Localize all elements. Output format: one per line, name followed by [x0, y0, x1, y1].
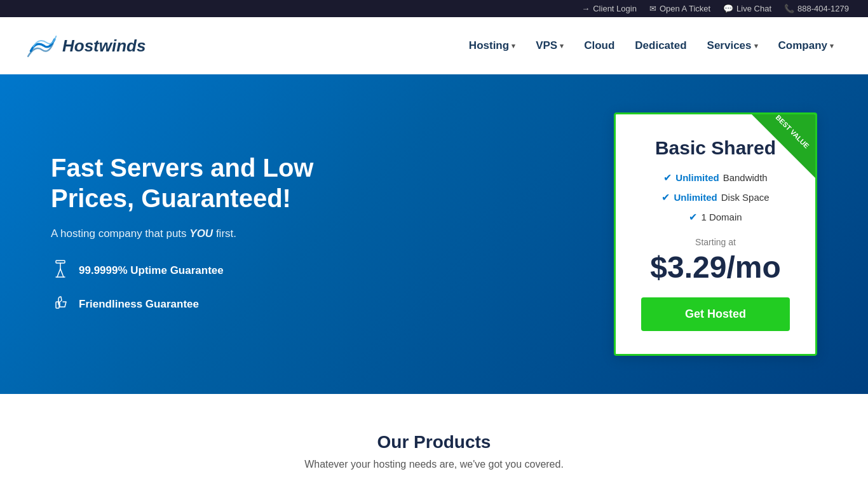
products-subtitle: Whatever your hosting needs are, we've g… — [25, 459, 843, 470]
get-hosted-button[interactable]: Get Hosted — [641, 297, 790, 331]
products-section: Our Products Whatever your hosting needs… — [0, 394, 868, 488]
pricing-card: BEST VALUE Basic Shared ✔ Unlimited Band… — [614, 112, 817, 356]
phone-icon: 📞 — [784, 4, 794, 13]
best-value-text: BEST VALUE — [771, 114, 814, 152]
ticket-icon: ✉ — [649, 4, 656, 13]
nav-vps[interactable]: VPS ▾ — [527, 34, 573, 57]
check-icon: ✔ — [663, 172, 672, 184]
hero-features-list: 99.9999% Uptime Guarantee Friendliness G… — [51, 259, 381, 316]
hero-feature-uptime: 99.9999% Uptime Guarantee — [51, 259, 381, 283]
nav-dedicated[interactable]: Dedicated — [626, 34, 695, 57]
hero-subtitle: A hosting company that puts YOU first. — [51, 227, 381, 240]
header: Hostwinds Hosting ▾ VPS ▾ Cloud Dedicate… — [0, 17, 868, 74]
best-value-badge: BEST VALUE — [752, 114, 815, 178]
client-login-link[interactable]: → Client Login — [581, 4, 637, 13]
nav-company[interactable]: Company ▾ — [770, 34, 843, 57]
logo-icon — [25, 30, 57, 62]
card-features-list: ✔ Unlimited Bandwidth ✔ Unlimited Disk S… — [641, 172, 790, 223]
chevron-down-icon: ▾ — [512, 42, 515, 50]
hero-feature-friendliness: Friendliness Guarantee — [51, 293, 381, 316]
logo[interactable]: Hostwinds — [25, 30, 146, 62]
check-icon: ✔ — [661, 191, 670, 203]
products-title: Our Products — [25, 432, 843, 452]
svg-rect-1 — [56, 302, 59, 308]
check-icon: ✔ — [689, 211, 697, 223]
live-chat-link[interactable]: 💬 Live Chat — [723, 4, 771, 13]
chevron-down-icon: ▾ — [830, 42, 834, 50]
price-display: $3.29/mo — [641, 250, 790, 285]
thumbsup-icon — [51, 293, 70, 316]
uptime-icon — [51, 259, 70, 283]
nav-services[interactable]: Services ▾ — [698, 34, 767, 57]
chevron-down-icon: ▾ — [754, 42, 758, 50]
nav-hosting[interactable]: Hosting ▾ — [460, 34, 524, 57]
card-feature-domain: ✔ 1 Domain — [641, 211, 790, 223]
hero-title: Fast Servers and Low Prices, Guaranteed! — [51, 152, 381, 214]
card-feature-disk: ✔ Unlimited Disk Space — [641, 191, 790, 203]
starting-at-label: Starting at — [641, 237, 790, 247]
hero-content: Fast Servers and Low Prices, Guaranteed!… — [51, 152, 381, 316]
top-bar: → Client Login ✉ Open A Ticket 💬 Live Ch… — [0, 0, 868, 17]
phone-link[interactable]: 📞 888-404-1279 — [784, 4, 849, 13]
login-icon: → — [581, 4, 590, 13]
hero-section: Fast Servers and Low Prices, Guaranteed!… — [0, 74, 868, 394]
main-nav: Hosting ▾ VPS ▾ Cloud Dedicated Services… — [460, 34, 843, 57]
open-ticket-link[interactable]: ✉ Open A Ticket — [649, 4, 710, 13]
chevron-down-icon: ▾ — [560, 42, 564, 50]
nav-cloud[interactable]: Cloud — [575, 34, 623, 57]
chat-icon: 💬 — [723, 4, 733, 13]
logo-text: Hostwinds — [62, 36, 146, 56]
